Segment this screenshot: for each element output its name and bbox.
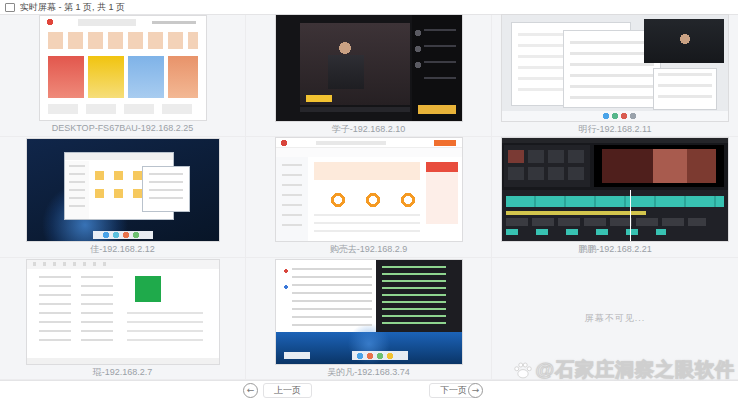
pagination-bar: ← 上一页 下一页 → [0, 380, 738, 400]
right-arrow-icon: → [472, 385, 480, 395]
screen-unavailable-text: 屏幕不可见... [585, 312, 646, 325]
screen-label: DESKTOP-FS67BAU-192.168.2.25 [52, 123, 193, 134]
screen-thumbnail-jia[interactable] [27, 139, 219, 241]
window-title: 实时屏幕 - 第 1 页, 共 1 页 [20, 1, 125, 14]
screen-cell-4: 佳-192.168.2.12 [0, 137, 246, 259]
screen-thumbnail-desktop-fs67bau[interactable] [40, 16, 206, 120]
screen-cell-8: 吴的凡-192.168.3.74 [246, 258, 492, 380]
screen-cell-7: 琨-192.168.2.7 [0, 258, 246, 380]
screen-thumbnail-goumaiqu[interactable] [276, 138, 462, 241]
screen-label: 购売去-192.168.2.9 [330, 244, 408, 255]
screen-label: 学子-192.168.2.10 [332, 124, 406, 135]
prev-page-button[interactable]: 上一页 [263, 383, 312, 398]
screen-label: 佳-192.168.2.12 [90, 244, 155, 255]
next-page-arrow-button[interactable]: → [468, 383, 483, 398]
screen-thumbnail-wudefan[interactable] [276, 260, 462, 364]
screen-label: 明行-192.168.2.11 [579, 124, 652, 135]
screen-thumbnail-kun[interactable] [27, 260, 219, 364]
screen-cell-1: DESKTOP-FS67BAU-192.168.2.25 [0, 15, 246, 137]
screen-cell-2: 学子-192.168.2.10 [246, 15, 492, 137]
screen-cell-3: 明行-192.168.2.11 [492, 15, 738, 137]
screen-label: 鹏鹏-192.168.2.21 [578, 244, 652, 255]
screens-grid: DESKTOP-FS67BAU-192.168.2.25 学子-192.168.… [0, 15, 738, 380]
left-arrow-icon: ← [247, 385, 255, 395]
screen-thumbnail-mingxing[interactable] [502, 15, 728, 121]
screen-label: 吴的凡-192.168.3.74 [327, 367, 410, 378]
prev-page-arrow-button[interactable]: ← [243, 383, 258, 398]
screen-thumbnail-xuezi[interactable] [276, 15, 462, 121]
title-bar: 实时屏幕 - 第 1 页, 共 1 页 [0, 0, 738, 15]
screen-thumbnail-pengpeng[interactable] [502, 138, 728, 241]
screen-label: 琨-192.168.2.7 [93, 367, 153, 378]
screen-cell-9-empty: 屏幕不可见... [492, 258, 738, 380]
screen-cell-6: 鹏鹏-192.168.2.21 [492, 137, 738, 259]
window-icon [5, 3, 15, 12]
screen-cell-5: 购売去-192.168.2.9 [246, 137, 492, 259]
